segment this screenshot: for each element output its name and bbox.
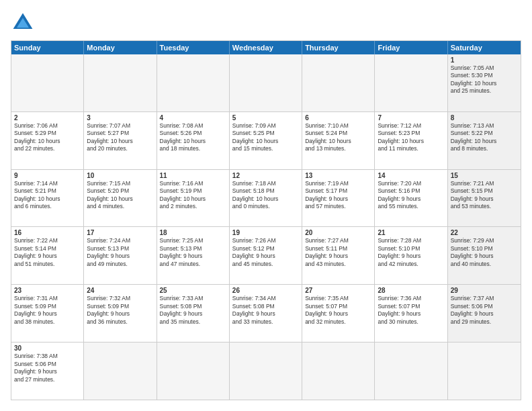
- calendar-cell-29: 29Sunrise: 7:37 AM Sunset: 5:06 PM Dayli…: [448, 285, 521, 342]
- header-cell-saturday: Saturday: [448, 41, 521, 54]
- cell-info: Sunrise: 7:35 AM Sunset: 5:07 PM Dayligh…: [305, 295, 371, 326]
- header-cell-wednesday: Wednesday: [230, 41, 302, 54]
- day-number: 18: [160, 229, 226, 236]
- cell-info: Sunrise: 7:34 AM Sunset: 5:08 PM Dayligh…: [232, 295, 299, 326]
- calendar-cell-18: 18Sunrise: 7:25 AM Sunset: 5:13 PM Dayli…: [157, 227, 230, 284]
- calendar-cell-22: 22Sunrise: 7:29 AM Sunset: 5:10 PM Dayli…: [448, 227, 521, 284]
- day-number: 1: [451, 56, 518, 64]
- calendar-cell-19: 19Sunrise: 7:26 AM Sunset: 5:12 PM Dayli…: [230, 227, 302, 284]
- calendar-cell-empty: [157, 54, 230, 111]
- header-cell-thursday: Thursday: [302, 41, 375, 54]
- calendar-cell-17: 17Sunrise: 7:24 AM Sunset: 5:13 PM Dayli…: [84, 227, 157, 284]
- calendar-cell-empty: [84, 54, 157, 111]
- page: SundayMondayTuesdayWednesdayThursdayFrid…: [0, 0, 532, 411]
- cell-info: Sunrise: 7:12 AM Sunset: 5:23 PM Dayligh…: [378, 122, 444, 153]
- calendar-cell-empty: [157, 342, 230, 400]
- calendar-row-1: 2Sunrise: 7:06 AM Sunset: 5:29 PM Daylig…: [11, 112, 521, 170]
- calendar-cell-6: 6Sunrise: 7:10 AM Sunset: 5:24 PM Daylig…: [302, 112, 375, 169]
- calendar-body: 1Sunrise: 7:05 AM Sunset: 5:30 PM Daylig…: [11, 54, 521, 400]
- calendar-cell-28: 28Sunrise: 7:36 AM Sunset: 5:07 PM Dayli…: [375, 285, 447, 342]
- calendar-cell-2: 2Sunrise: 7:06 AM Sunset: 5:29 PM Daylig…: [11, 112, 84, 169]
- day-number: 7: [378, 114, 444, 122]
- cell-info: Sunrise: 7:15 AM Sunset: 5:20 PM Dayligh…: [87, 180, 153, 211]
- calendar-cell-12: 12Sunrise: 7:18 AM Sunset: 5:18 PM Dayli…: [230, 170, 302, 227]
- calendar-cell-8: 8Sunrise: 7:13 AM Sunset: 5:22 PM Daylig…: [448, 112, 521, 169]
- calendar-cell-empty: [375, 342, 447, 400]
- day-number: 20: [305, 229, 371, 236]
- calendar-cell-empty: [11, 54, 84, 111]
- calendar-cell-3: 3Sunrise: 7:07 AM Sunset: 5:27 PM Daylig…: [84, 112, 157, 169]
- calendar-cell-empty: [230, 342, 302, 400]
- calendar-cell-16: 16Sunrise: 7:22 AM Sunset: 5:14 PM Dayli…: [11, 227, 84, 284]
- calendar-cell-10: 10Sunrise: 7:15 AM Sunset: 5:20 PM Dayli…: [84, 170, 157, 227]
- calendar-cell-9: 9Sunrise: 7:14 AM Sunset: 5:21 PM Daylig…: [11, 170, 84, 227]
- cell-info: Sunrise: 7:27 AM Sunset: 5:11 PM Dayligh…: [305, 237, 371, 268]
- calendar-row-2: 9Sunrise: 7:14 AM Sunset: 5:21 PM Daylig…: [11, 170, 521, 228]
- calendar-cell-11: 11Sunrise: 7:16 AM Sunset: 5:19 PM Dayli…: [157, 170, 230, 227]
- cell-info: Sunrise: 7:25 AM Sunset: 5:13 PM Dayligh…: [160, 237, 226, 268]
- calendar-cell-empty: [302, 54, 375, 111]
- cell-info: Sunrise: 7:29 AM Sunset: 5:10 PM Dayligh…: [451, 237, 518, 268]
- calendar-cell-21: 21Sunrise: 7:28 AM Sunset: 5:10 PM Dayli…: [375, 227, 447, 284]
- day-number: 14: [378, 172, 444, 179]
- cell-info: Sunrise: 7:09 AM Sunset: 5:25 PM Dayligh…: [232, 122, 299, 153]
- calendar-cell-14: 14Sunrise: 7:20 AM Sunset: 5:16 PM Dayli…: [375, 170, 447, 227]
- cell-info: Sunrise: 7:33 AM Sunset: 5:08 PM Dayligh…: [160, 295, 226, 326]
- day-number: 15: [451, 172, 518, 179]
- cell-info: Sunrise: 7:14 AM Sunset: 5:21 PM Dayligh…: [14, 180, 81, 211]
- day-number: 3: [87, 114, 153, 122]
- cell-info: Sunrise: 7:06 AM Sunset: 5:29 PM Dayligh…: [14, 122, 81, 153]
- day-number: 27: [305, 287, 371, 294]
- cell-info: Sunrise: 7:07 AM Sunset: 5:27 PM Dayligh…: [87, 122, 153, 153]
- day-number: 16: [14, 229, 81, 236]
- header-cell-sunday: Sunday: [11, 41, 84, 54]
- day-number: 13: [305, 172, 371, 179]
- calendar-cell-7: 7Sunrise: 7:12 AM Sunset: 5:23 PM Daylig…: [375, 112, 447, 169]
- calendar-row-3: 16Sunrise: 7:22 AM Sunset: 5:14 PM Dayli…: [11, 227, 521, 285]
- day-number: 29: [451, 287, 518, 294]
- day-number: 11: [160, 172, 226, 179]
- calendar-cell-empty: [448, 342, 521, 400]
- calendar-cell-15: 15Sunrise: 7:21 AM Sunset: 5:15 PM Dayli…: [448, 170, 521, 227]
- day-number: 8: [451, 114, 518, 122]
- calendar-cell-23: 23Sunrise: 7:31 AM Sunset: 5:09 PM Dayli…: [11, 285, 84, 342]
- calendar-row-4: 23Sunrise: 7:31 AM Sunset: 5:09 PM Dayli…: [11, 285, 521, 342]
- day-number: 6: [305, 114, 371, 122]
- calendar-cell-5: 5Sunrise: 7:09 AM Sunset: 5:25 PM Daylig…: [230, 112, 302, 169]
- logo: [11, 11, 39, 35]
- day-number: 17: [87, 229, 153, 236]
- cell-info: Sunrise: 7:10 AM Sunset: 5:24 PM Dayligh…: [305, 122, 371, 153]
- cell-info: Sunrise: 7:21 AM Sunset: 5:15 PM Dayligh…: [451, 180, 518, 211]
- cell-info: Sunrise: 7:36 AM Sunset: 5:07 PM Dayligh…: [378, 295, 444, 326]
- cell-info: Sunrise: 7:18 AM Sunset: 5:18 PM Dayligh…: [232, 180, 299, 211]
- header-cell-friday: Friday: [375, 41, 447, 54]
- calendar-cell-4: 4Sunrise: 7:08 AM Sunset: 5:26 PM Daylig…: [157, 112, 230, 169]
- calendar-cell-empty: [230, 54, 302, 111]
- logo-icon: [11, 11, 35, 35]
- cell-info: Sunrise: 7:28 AM Sunset: 5:10 PM Dayligh…: [378, 237, 444, 268]
- cell-info: Sunrise: 7:19 AM Sunset: 5:17 PM Dayligh…: [305, 180, 371, 211]
- calendar-cell-empty: [375, 54, 447, 111]
- cell-info: Sunrise: 7:38 AM Sunset: 5:06 PM Dayligh…: [14, 353, 81, 383]
- day-number: 5: [232, 114, 299, 122]
- calendar-cell-24: 24Sunrise: 7:32 AM Sunset: 5:09 PM Dayli…: [84, 285, 157, 342]
- cell-info: Sunrise: 7:32 AM Sunset: 5:09 PM Dayligh…: [87, 295, 153, 326]
- calendar-cell-13: 13Sunrise: 7:19 AM Sunset: 5:17 PM Dayli…: [302, 170, 375, 227]
- day-number: 23: [14, 287, 81, 294]
- cell-info: Sunrise: 7:26 AM Sunset: 5:12 PM Dayligh…: [232, 237, 299, 268]
- cell-info: Sunrise: 7:37 AM Sunset: 5:06 PM Dayligh…: [451, 295, 518, 326]
- header: [11, 11, 521, 35]
- calendar-header: SundayMondayTuesdayWednesdayThursdayFrid…: [11, 41, 521, 54]
- cell-info: Sunrise: 7:20 AM Sunset: 5:16 PM Dayligh…: [378, 180, 444, 211]
- day-number: 4: [160, 114, 226, 122]
- day-number: 21: [378, 229, 444, 236]
- day-number: 25: [160, 287, 226, 294]
- calendar-cell-1: 1Sunrise: 7:05 AM Sunset: 5:30 PM Daylig…: [448, 54, 521, 111]
- cell-info: Sunrise: 7:16 AM Sunset: 5:19 PM Dayligh…: [160, 180, 226, 211]
- day-number: 22: [451, 229, 518, 236]
- day-number: 19: [232, 229, 299, 236]
- cell-info: Sunrise: 7:31 AM Sunset: 5:09 PM Dayligh…: [14, 295, 81, 326]
- cell-info: Sunrise: 7:22 AM Sunset: 5:14 PM Dayligh…: [14, 237, 81, 268]
- day-number: 2: [14, 114, 81, 122]
- calendar-cell-30: 30Sunrise: 7:38 AM Sunset: 5:06 PM Dayli…: [11, 342, 84, 400]
